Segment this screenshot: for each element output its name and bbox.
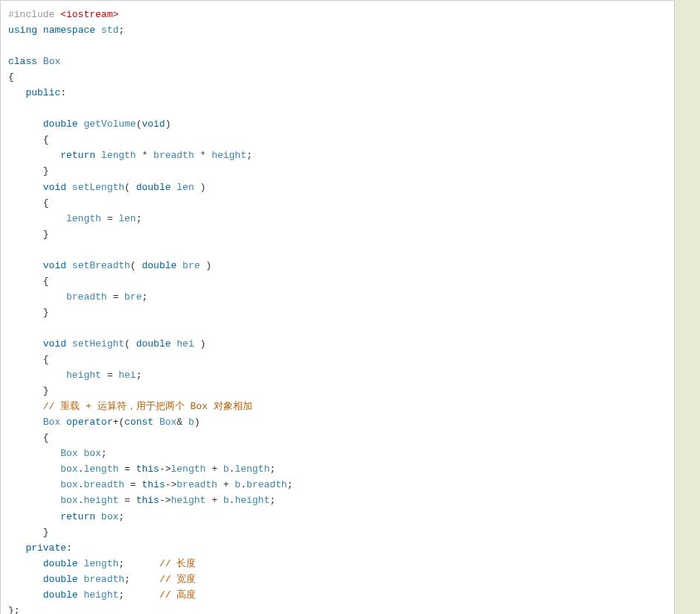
code-token [8,542,25,554]
code-token [8,527,43,538]
code-token [8,197,43,209]
code-token [95,150,101,161]
code-token: length [66,213,101,224]
code-token: void [43,260,66,271]
code-token: } [43,307,49,318]
code-token: double [43,118,78,130]
code-token [176,260,182,271]
code-token [8,463,60,475]
code-token: + [211,463,217,475]
code-token [206,463,211,475]
code-token [8,432,43,443]
code-token [8,276,43,287]
code-token: } [43,385,49,396]
code-token: { [43,276,49,287]
code-token [8,558,43,569]
code-token [130,463,136,475]
code-token: -> [165,479,177,490]
code-token [118,495,124,506]
code-content: #include <iostream> using namespace std;… [8,7,666,614]
code-token [8,118,43,130]
code-token: { [43,432,49,443]
code-token: setHeight [72,338,124,349]
code-token: hei [176,338,194,349]
code-token [124,589,159,601]
code-token [95,511,101,522]
code-token: #include [8,9,60,20]
code-token: }; [8,605,20,614]
code-token [130,574,159,585]
code-token: } [43,229,49,240]
code-token: private [25,542,66,554]
code-token: box [60,463,77,475]
code-token [124,479,130,490]
code-token: namespace [43,25,95,36]
code-token [147,150,153,161]
code-token: length [235,463,270,475]
code-token: box [83,448,101,459]
code-token: height [235,495,270,506]
code-token: } [43,527,49,538]
code-token: length [101,150,136,161]
code-token: double [136,338,171,349]
code-token: bre [124,291,141,303]
code-token: ( [124,338,130,349]
code-token: { [43,354,49,365]
code-token: ; [270,495,276,506]
code-token: void [141,118,165,130]
code-token: setBreadth [72,260,130,271]
code-token: breadth [246,479,287,490]
code-token [8,87,25,98]
code-token: b [223,495,229,506]
code-token: length [83,558,118,569]
code-token: class [8,56,37,67]
code-token [217,479,223,490]
code-token: void [43,338,66,349]
code-token [101,213,107,224]
code-token: getVolume [83,118,136,130]
code-token: double [43,558,78,569]
code-token [8,417,43,428]
code-token: } [43,165,49,177]
code-token [217,495,223,506]
code-token: ; [118,558,124,569]
code-token: ; [246,150,252,161]
code-token: double [136,182,171,193]
code-token: ) [200,182,206,193]
code-token: ; [118,589,124,601]
code-token [8,495,60,506]
code-token: return [60,511,95,522]
code-token: <iostream> [60,9,118,20]
code-token [8,150,60,161]
code-token: { [43,134,49,145]
code-token [66,182,72,193]
code-token [206,150,211,161]
code-token [8,291,66,303]
code-token [118,463,124,475]
code-token [124,558,159,569]
code-token: len [176,182,194,193]
code-token: breadth [66,291,107,303]
code-token: box [101,511,118,522]
code-token: : [60,87,66,98]
code-token [8,448,60,459]
code-token: box [60,495,77,506]
code-token: // 高度 [159,589,196,601]
code-token: height [83,495,118,506]
code-token [60,417,66,428]
code-token [8,479,60,490]
code-token: bre [182,260,200,271]
code-token [8,213,66,224]
code-token: double [43,589,78,601]
code-token [194,150,200,161]
code-token: Box [43,417,60,428]
code-token: height [211,150,246,161]
code-token: public [25,87,60,98]
code-token: ) [194,417,200,428]
code-token: this [141,479,165,490]
code-token: ; [136,370,142,381]
code-token: using [8,25,37,36]
code-token [8,338,43,349]
code-token: void [43,182,66,193]
code-token: ; [118,511,124,522]
